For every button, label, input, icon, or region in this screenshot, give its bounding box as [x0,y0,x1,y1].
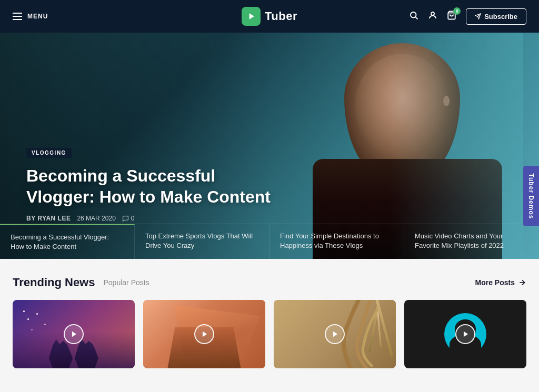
hero-section: VLOGGING Becoming a Successful Vlogger: … [0,33,539,259]
hero-nav-item-4[interactable]: Music Video Charts and Your Favorite Mix… [404,224,539,259]
header-actions: 0 Subscribe [409,8,526,25]
trending-card-1[interactable] [13,300,135,368]
svg-marker-9 [203,331,207,337]
play-button-4[interactable] [455,324,475,344]
popular-posts-label: Popular Posts [103,278,149,287]
svg-marker-8 [72,331,76,337]
svg-point-3 [431,12,434,15]
subscribe-button[interactable]: Subscribe [466,8,526,25]
category-badge: VLOGGING [26,148,72,158]
trending-card-3[interactable] [274,300,396,368]
play-icon [201,330,208,338]
hero-content: VLOGGING Becoming a Successful Vlogger: … [26,147,279,222]
svg-marker-10 [333,331,337,337]
header: MENU Tuber 0 [0,0,539,33]
play-button-1[interactable] [64,324,84,344]
logo-icon [242,7,261,26]
trending-title: Trending News [13,276,95,289]
logo-text: Tuber [265,9,297,23]
more-posts-link[interactable]: More Posts [475,278,526,287]
hero-meta: BY RYAN LEE 26 MAR 2020 0 [26,215,279,222]
search-icon[interactable] [409,11,418,23]
trending-card-2[interactable] [143,300,265,368]
hero-comments: 0 [122,215,135,222]
arrow-right-icon [518,278,526,287]
hero-nav-item-2[interactable]: Top Extreme Sports Vlogs That Will Drive… [135,224,270,259]
menu-button[interactable]: MENU [13,13,48,20]
svg-marker-11 [464,331,468,337]
comment-icon [122,215,129,222]
trending-header: Trending News Popular Posts More Posts [13,276,526,289]
logo[interactable]: Tuber [242,7,297,26]
play-icon [71,330,78,338]
hero-date: 26 MAR 2020 [77,215,115,222]
user-icon[interactable] [428,11,437,23]
cart-badge: 0 [453,7,461,15]
send-icon [475,13,481,19]
play-button-2[interactable] [194,324,214,344]
menu-label: MENU [27,13,48,20]
trending-section: Trending News Popular Posts More Posts [0,259,539,379]
hero-nav-item-1[interactable]: Becoming a Successful Vlogger: How to Ma… [0,224,135,259]
play-button-3[interactable] [325,324,345,344]
svg-marker-0 [249,13,254,19]
trending-card-4[interactable] [404,300,526,368]
play-icon [462,330,470,338]
hero-nav-item-3[interactable]: Find Your Simple Destinations to Happine… [270,224,404,259]
hamburger-icon [13,13,22,20]
hero-title: Becoming a Successful Vlogger: How to Ma… [26,165,279,207]
side-tab[interactable]: Tuber Demos [523,166,539,226]
svg-line-2 [416,17,418,19]
cart-icon[interactable]: 0 [447,11,456,23]
play-icon [332,330,339,338]
trending-cards [13,300,526,368]
trending-left: Trending News Popular Posts [13,276,149,289]
svg-point-1 [411,12,416,18]
hero-nav: Becoming a Successful Vlogger: How to Ma… [0,224,539,259]
hero-author: BY RYAN LEE [26,215,71,222]
